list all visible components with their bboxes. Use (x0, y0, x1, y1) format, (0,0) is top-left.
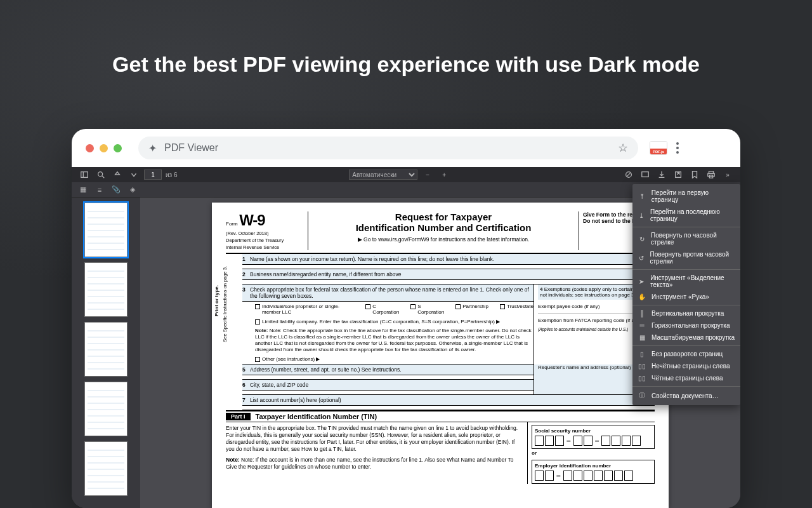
menu-hand-tool[interactable]: ✋Инструмент «Рука» (632, 291, 740, 303)
part-1-tag: Part I (226, 413, 251, 420)
or-label: or (532, 449, 655, 457)
bookmark-star-icon[interactable]: ☆ (618, 141, 628, 155)
menu-document-properties[interactable]: ⓘСвойства документа… (632, 389, 740, 403)
check-trust: Trust/estate (507, 304, 534, 309)
menu-text-select-tool[interactable]: ➤Инструмент «Выделение текста» (632, 272, 740, 291)
svg-point-2 (98, 172, 103, 177)
side-label-print: Print or type. (214, 285, 222, 316)
check-llc: Limited liability company. Enter the tax… (262, 319, 500, 324)
page-number-input[interactable] (144, 170, 162, 180)
check-scorp: S Corporation (417, 304, 444, 315)
open-file-icon[interactable] (622, 168, 635, 181)
check-partnership: Partnership (462, 304, 488, 309)
print-icon[interactable] (705, 168, 717, 181)
menu-rotate-cw[interactable]: ↻Повернуть по часовой стрелке (632, 229, 740, 248)
search-icon[interactable] (95, 168, 107, 181)
svg-line-5 (627, 173, 630, 176)
ssn-label: Social security number (535, 428, 591, 434)
tin-text: Enter your TIN in the appropriate box. T… (226, 425, 518, 452)
check-ccorp: C Corporation (372, 304, 399, 315)
menu-vertical-scroll[interactable]: ║Вертикальная прокрутка (632, 307, 740, 319)
next-page-icon[interactable] (128, 168, 140, 181)
part-1-title: Taxpayer Identification Number (TIN) (256, 413, 377, 420)
thumbnail-5[interactable] (84, 441, 128, 496)
window-maximize-icon[interactable] (114, 144, 122, 152)
row-6: City, state, and ZIP code (250, 382, 534, 388)
form-label: Form (226, 221, 238, 227)
zoom-select[interactable]: Автоматически (349, 170, 417, 180)
menu-rotate-ccw[interactable]: ↺Повернуть против часовой стрелки (632, 248, 740, 267)
row-7: List account number(s) here (optional) (250, 397, 655, 403)
thumbnail-2[interactable] (84, 262, 128, 317)
thumbnail-3[interactable] (84, 322, 128, 377)
menu-first-page[interactable]: ⤒Перейти на первую страницу (632, 187, 740, 206)
attachments-icon[interactable]: 📎 (111, 185, 121, 195)
side-label-instructions: See Specific Instructions on page 3. (222, 266, 228, 342)
requester-address: Requester's name and address (optional) (538, 364, 631, 370)
browser-menu-icon[interactable] (676, 142, 679, 154)
menu-wrapped-scroll[interactable]: ▦Масштабируемая прокрутка (632, 331, 740, 344)
thumbnail-4[interactable] (84, 382, 128, 436)
bookmark-icon[interactable] (688, 168, 701, 181)
svg-line-3 (102, 176, 105, 178)
form-title-1: Request for Taxpayer (313, 211, 573, 222)
menu-last-page[interactable]: ⤓Перейти на последнюю страницу (632, 206, 740, 225)
row-2: Business name/disregarded entity name, i… (250, 271, 655, 277)
zoom-out-icon[interactable]: − (421, 168, 434, 181)
pdfjs-extension-icon[interactable]: PDF.js (650, 141, 667, 155)
llc-note: Note: Check the appropriate box in the l… (255, 328, 532, 352)
row-3: Check appropriate box for federal tax cl… (250, 286, 534, 299)
more-tools-icon[interactable]: » (721, 168, 734, 181)
thumbnails-icon[interactable]: ▦ (78, 185, 88, 195)
check-other: Other (see instructions) ▶ (262, 356, 320, 362)
browser-tabbar: ✦ PDF Viewer ☆ PDF.js (72, 129, 740, 167)
svg-rect-0 (81, 172, 88, 178)
zoom-in-icon[interactable]: + (438, 168, 450, 181)
download-icon[interactable] (655, 168, 668, 181)
prev-page-icon[interactable] (111, 168, 124, 181)
tools-dropdown: ⤒Перейти на первую страницу ⤓Перейти на … (632, 184, 740, 405)
ein-label: Employer identification number (535, 463, 611, 469)
outline-icon[interactable]: ≡ (95, 185, 105, 195)
window-close-icon[interactable] (86, 144, 94, 152)
form-title-2: Identification Number and Certification (313, 222, 573, 233)
svg-rect-6 (642, 172, 649, 177)
row-1: Name (as shown on your income tax return… (250, 256, 655, 262)
menu-horizontal-scroll[interactable]: ═Горизонтальная прокрутка (632, 319, 740, 331)
row-5: Address (number, street, and apt. or sui… (250, 366, 534, 373)
menu-no-spreads[interactable]: ▯Без разворотов страниц (632, 348, 740, 360)
promo-headline: Get the best PDF viewing experience with… (0, 52, 812, 77)
form-revision: (Rev. October 2018) (226, 231, 304, 236)
form-dept1: Department of the Treasury (226, 237, 304, 243)
browser-window: ✦ PDF Viewer ☆ PDF.js из 6 Автоматически… (72, 129, 740, 508)
form-number: W-9 (239, 211, 265, 229)
thumbnail-panel (72, 197, 140, 508)
check-individual: Individual/sole proprietor or single-mem… (262, 304, 354, 315)
extension-icon: ✦ (148, 142, 157, 154)
window-minimize-icon[interactable] (100, 144, 108, 152)
menu-odd-spreads[interactable]: ▯▯Нечётные страницы слева (632, 360, 740, 372)
thumbnail-1[interactable] (84, 203, 128, 257)
menu-even-spreads[interactable]: ▯▯Чётные страницы слева (632, 372, 740, 384)
pdf-page: Print or type. See Specific Instructions… (212, 203, 669, 508)
sidebar-toggle-icon[interactable] (78, 168, 91, 181)
page-title: PDF Viewer (164, 142, 218, 154)
form-goto-link: ▶ Go to www.irs.gov/FormW9 for instructi… (313, 236, 573, 243)
form-dept2: Internal Revenue Service (226, 244, 304, 250)
presentation-icon[interactable] (639, 168, 652, 181)
address-bar[interactable]: ✦ PDF Viewer ☆ (138, 137, 638, 159)
open-new-icon[interactable] (672, 168, 684, 181)
page-total-label: из 6 (166, 171, 178, 178)
pdf-toolbar: из 6 Автоматически − + » (72, 167, 740, 182)
layers-icon[interactable]: ◈ (128, 185, 138, 195)
tin-note: Note: If the account is in more than one… (226, 457, 513, 470)
